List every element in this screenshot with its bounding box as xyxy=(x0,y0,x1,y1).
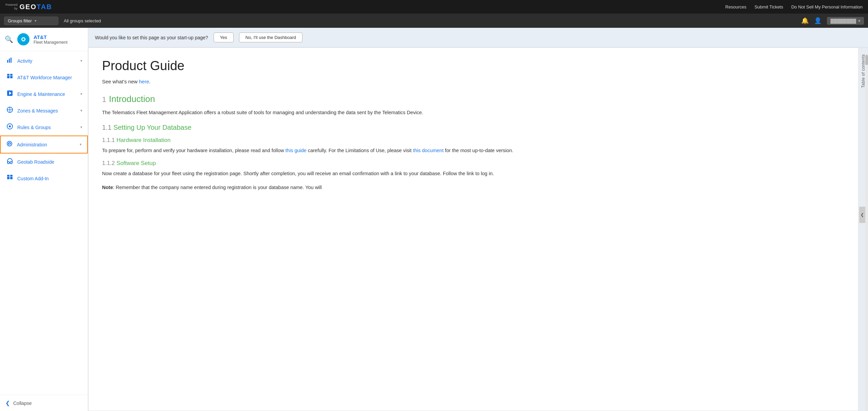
collapse-icon: ❮ xyxy=(5,400,10,406)
administration-chevron-icon: ▾ xyxy=(80,142,82,147)
content-collapse-arrow[interactable]: ❮ xyxy=(859,207,865,223)
search-icon[interactable]: 🔍 xyxy=(5,35,13,43)
sidebar-brand-name: AT&T xyxy=(34,34,67,40)
engine-chevron-icon: ▾ xyxy=(80,92,82,96)
sidebar-item-workforce-manager[interactable]: AT&T Workforce Manager xyxy=(0,69,88,86)
submit-tickets-link[interactable]: Submit Tickets xyxy=(754,4,783,9)
svg-rect-10 xyxy=(10,74,13,76)
rules-chevron-icon: ▾ xyxy=(80,125,82,129)
section-1-1-num: 1.1 xyxy=(102,124,112,131)
activity-icon xyxy=(6,57,13,65)
svg-rect-21 xyxy=(10,177,13,179)
sidebar-item-zones-messages[interactable]: Zones & Messages ▾ xyxy=(0,102,88,119)
sidebar: 🔍 AT&T Fleet Management Activi xyxy=(0,28,88,411)
startup-yes-button[interactable]: Yes xyxy=(214,33,234,42)
rules-groups-icon xyxy=(6,123,13,131)
sidebar-item-zones-label: Zones & Messages xyxy=(17,108,76,114)
filter-bar: Groups filter ▾ All groups selected 🔔 👤 … xyxy=(0,14,868,28)
powered-by-text: Powered by xyxy=(5,3,18,11)
subtitle-suffix: . xyxy=(149,79,151,84)
sidebar-item-administration-label: Administration xyxy=(17,142,76,147)
notification-bell-icon[interactable]: 🔔 xyxy=(801,17,809,24)
zones-messages-icon xyxy=(6,106,13,115)
user-icon[interactable]: 👤 xyxy=(814,17,822,24)
section-1-body: The Telematics Fleet Management Applicat… xyxy=(102,108,845,117)
svg-rect-23 xyxy=(10,175,13,177)
sidebar-item-rules-groups[interactable]: Rules & Groups ▾ xyxy=(0,119,88,136)
sidebar-item-custom-add-in-label: Custom Add-In xyxy=(17,176,82,181)
subtitle-prefix: See what's new xyxy=(102,79,139,84)
this-guide-link[interactable]: this guide xyxy=(285,148,307,153)
svg-rect-8 xyxy=(10,76,13,78)
user-account-dropdown[interactable]: ▓▓▓▓▓▓▓▓ ▾ xyxy=(827,17,864,25)
svg-rect-22 xyxy=(7,175,9,177)
scrollbar-thumb[interactable] xyxy=(865,55,868,65)
this-document-link[interactable]: this document xyxy=(413,148,443,153)
sidebar-item-custom-add-in[interactable]: Custom Add-In xyxy=(0,170,88,187)
user-dropdown-chevron-icon: ▾ xyxy=(858,18,861,23)
top-nav-left: Powered by GEOTAB xyxy=(5,3,52,11)
sidebar-item-geotab-roadside[interactable]: Geotab Roadside xyxy=(0,153,88,170)
workforce-manager-icon xyxy=(6,73,13,82)
sidebar-item-rules-label: Rules & Groups xyxy=(17,125,76,130)
att-logo xyxy=(17,33,29,45)
section-1-1-1-body: To prepare for, perform and verify your … xyxy=(102,146,845,155)
guide-content: Product Guide See what's new here. 1 Int… xyxy=(88,47,859,411)
startup-banner: Would you like to set this page as your … xyxy=(88,28,868,47)
geotab-roadside-icon xyxy=(6,158,13,166)
groups-filter-label: Groups filter xyxy=(8,18,32,23)
section-1-num: 1 xyxy=(102,95,106,104)
guide-subtitle: See what's new here. xyxy=(102,79,845,84)
section-1-title: Introduction xyxy=(109,94,155,104)
section-1-1-2-body: Now create a database for your fleet usi… xyxy=(102,169,845,178)
svg-rect-4 xyxy=(7,60,8,63)
sidebar-item-activity-label: Activity xyxy=(17,58,76,64)
section-1-1-heading: 1.1 Setting Up Your Database xyxy=(102,124,845,131)
startup-banner-text: Would you like to set this page as your … xyxy=(95,35,208,40)
sidebar-item-roadside-label: Geotab Roadside xyxy=(17,159,82,165)
scrollbar-track xyxy=(865,54,868,411)
section-1-1-2-heading: 1.1.2 Software Setup xyxy=(102,160,845,167)
section-1-1-1-heading: 1.1.1 Hardware Installation xyxy=(102,137,845,144)
groups-filter-dropdown[interactable]: Groups filter ▾ xyxy=(4,17,58,25)
section-1-1-title: Setting Up Your Database xyxy=(113,124,191,131)
toc-sidebar: Table of contents ❮ xyxy=(859,47,868,411)
section-1-1-1-num: 1.1.1 xyxy=(102,137,115,143)
subtitle-here-link[interactable]: here xyxy=(139,79,149,84)
svg-rect-6 xyxy=(11,58,12,63)
section-1-1-2-note: Note: Remember that the company name ent… xyxy=(102,183,845,192)
top-nav-right: Resources Submit Tickets Do Not Sell My … xyxy=(725,4,863,9)
activity-chevron-icon: ▾ xyxy=(80,59,82,63)
section-1-1-2-num: 1.1.2 xyxy=(102,160,115,166)
section-1-1-1-body-mid: carefully. For the Limitations of Use, p… xyxy=(307,148,413,153)
custom-add-in-icon xyxy=(6,174,13,183)
startup-no-button[interactable]: No, I'll use the Dashboard xyxy=(239,33,302,42)
user-account-name: ▓▓▓▓▓▓▓▓ xyxy=(830,18,856,23)
resources-link[interactable]: Resources xyxy=(725,4,746,9)
geotab-logo: Powered by GEOTAB xyxy=(5,3,52,11)
svg-rect-7 xyxy=(7,76,9,78)
sidebar-item-engine-maintenance[interactable]: Engine & Maintenance ▾ xyxy=(0,86,88,102)
sidebar-brand-sub: Fleet Management xyxy=(34,40,67,45)
filter-bar-right: 🔔 👤 ▓▓▓▓▓▓▓▓ ▾ xyxy=(801,17,864,25)
main-layout: 🔍 AT&T Fleet Management Activi xyxy=(0,28,868,411)
groups-filter-chevron-icon: ▾ xyxy=(35,19,37,23)
section-1-1-1-body-prefix: To prepare for, perform and verify your … xyxy=(102,148,285,153)
sidebar-collapse-button[interactable]: ❮ Collapse xyxy=(0,395,88,411)
privacy-link[interactable]: Do Not Sell My Personal Information xyxy=(791,4,863,9)
sidebar-item-workforce-label: AT&T Workforce Manager xyxy=(17,75,82,80)
sidebar-item-administration[interactable]: Administration ▾ xyxy=(0,136,88,153)
svg-rect-5 xyxy=(9,59,10,63)
att-logo-svg xyxy=(20,36,27,43)
geotab-brand: GEOTAB xyxy=(20,3,52,11)
administration-icon xyxy=(6,140,13,149)
engine-maintenance-icon xyxy=(6,90,13,98)
top-nav-bar: Powered by GEOTAB Resources Submit Ticke… xyxy=(0,0,868,14)
section-1-1-1-title: Hardware Installation xyxy=(117,137,171,143)
toc-label: Table of contents xyxy=(861,54,866,88)
svg-point-0 xyxy=(20,36,27,43)
sidebar-item-activity[interactable]: Activity ▾ xyxy=(0,53,88,69)
zones-chevron-icon: ▾ xyxy=(80,108,82,113)
content-area: Would you like to set this page as your … xyxy=(88,28,868,411)
sidebar-brand: AT&T Fleet Management xyxy=(34,34,67,45)
